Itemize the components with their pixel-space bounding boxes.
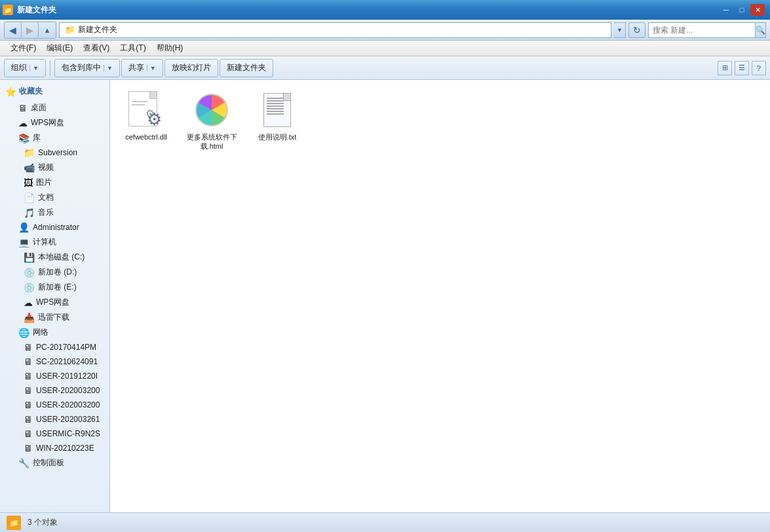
sidebar-item-wps2[interactable]: ☁ WPS网盘 [0, 295, 109, 310]
volume-e-label: 新加卷 (E:) [38, 282, 77, 293]
close-button[interactable]: ✕ [750, 4, 765, 16]
forward-button[interactable]: ▶ [22, 22, 39, 38]
sidebar-item-control-panel[interactable]: 🔧 控制面板 [0, 455, 109, 470]
sidebar-item-pc8[interactable]: 🖥 WIN-20210223E [0, 441, 109, 455]
txt-line7 [267, 113, 284, 115]
address-bar: ◀ ▶ ▲ 📁 新建文件夹 ▼ ↻ 🔍 [0, 20, 770, 41]
sidebar-item-volume-d[interactable]: 💿 新加卷 (D:) [0, 265, 109, 280]
sidebar-item-local-c[interactable]: 💾 本地磁盘 (C:) [0, 250, 109, 265]
txt-line5 [267, 108, 284, 109]
desktop-label: 桌面 [31, 102, 47, 113]
star-icon: ⭐ [5, 86, 16, 97]
sidebar-item-pc1[interactable]: 🖥 PC-20170414PM [0, 340, 109, 354]
sidebar-item-admin[interactable]: 👤 Administrator [0, 220, 109, 235]
sidebar-item-wps[interactable]: ☁ WPS网盘 [0, 115, 109, 130]
sidebar-item-pc5[interactable]: 🖥 USER-202003200 [0, 398, 109, 412]
sidebar-item-pc6[interactable]: 🖥 USER-202003261 [0, 412, 109, 427]
slideshow-button[interactable]: 放映幻灯片 [164, 59, 218, 77]
pc1-icon: 🖥 [24, 342, 33, 352]
minimize-button[interactable]: ─ [719, 4, 733, 16]
menu-tools[interactable]: 工具(T) [115, 41, 151, 55]
address-dropdown[interactable]: ▼ [614, 22, 626, 38]
sidebar-item-music[interactable]: 🎵 音乐 [0, 205, 109, 220]
pc8-icon: 🖥 [24, 443, 33, 453]
include-library-button[interactable]: 包含到库中 ▼ [54, 59, 120, 77]
txt-filename: 使用说明.txt [258, 132, 297, 142]
sidebar-item-pc7[interactable]: 🖥 USERMIC-R9N2S [0, 427, 109, 441]
favorites-header[interactable]: ⭐ 收藏夹 [0, 84, 109, 99]
back-button[interactable]: ◀ [5, 22, 22, 38]
sidebar-item-pc2[interactable]: 🖥 SC-20210624091 [0, 354, 109, 369]
title-bar-controls: ─ □ ✕ [719, 4, 765, 16]
file-item-html[interactable]: 更多系统软件下载.html [182, 86, 241, 155]
image-icon: 🖼 [24, 178, 33, 188]
share-label: 共享 [128, 62, 144, 73]
thunder-label: 迅雷下载 [38, 312, 69, 323]
toolbar: 组织 ▼ 包含到库中 ▼ 共享 ▼ 放映幻灯片 新建文件夹 ⊞ ☰ ? [0, 56, 770, 80]
title-bar-left: 📁 新建文件夹 [3, 5, 56, 16]
dll-icon-container: ⚙ ⚙ [126, 90, 166, 130]
sidebar: ⭐ 收藏夹 🖥 桌面 ☁ WPS网盘 📚 库 📁 Subversion 📹 视频 [0, 80, 110, 512]
view-large-icon[interactable]: ⊞ [718, 61, 732, 75]
menu-file[interactable]: 文件(F) [5, 41, 41, 55]
new-folder-button[interactable]: 新建文件夹 [220, 59, 273, 77]
address-field[interactable]: 📁 新建文件夹 [59, 22, 611, 38]
sidebar-item-network[interactable]: 🌐 网络 [0, 325, 109, 340]
refresh-button[interactable]: ↻ [628, 22, 645, 38]
status-bar: 📁 3 个对象 [0, 512, 770, 532]
include-library-dropdown-icon[interactable]: ▼ [104, 65, 113, 71]
favorites-section: ⭐ 收藏夹 [0, 80, 109, 100]
share-dropdown-icon[interactable]: ▼ [147, 65, 156, 71]
txt-line1 [267, 98, 284, 99]
doc-icon: 📄 [24, 193, 35, 203]
sidebar-item-computer[interactable]: 💻 计算机 [0, 235, 109, 250]
menu-help[interactable]: 帮助(H) [151, 41, 189, 55]
search-input[interactable] [649, 23, 755, 37]
menu-edit[interactable]: 编辑(E) [41, 41, 78, 55]
network-icon: 🌐 [18, 328, 29, 338]
sidebar-item-doc[interactable]: 📄 文档 [0, 190, 109, 205]
sidebar-item-image[interactable]: 🖼 图片 [0, 175, 109, 190]
dll-line1 [132, 101, 147, 102]
sidebar-item-pc4[interactable]: 🖥 USER-202003200 [0, 383, 109, 398]
pc6-label: USER-202003261 [36, 415, 100, 424]
address-folder-icon: 📁 [65, 25, 75, 35]
menu-view[interactable]: 查看(V) [78, 41, 115, 55]
txt-line6 [267, 111, 284, 112]
pc6-icon: 🖥 [24, 414, 33, 425]
txt-line4 [267, 105, 284, 107]
control-panel-label: 控制面板 [33, 457, 64, 468]
main-layout: ⭐ 收藏夹 🖥 桌面 ☁ WPS网盘 📚 库 📁 Subversion 📹 视频 [0, 80, 770, 512]
window-title: 新建文件夹 [17, 5, 56, 16]
network-label: 网络 [33, 327, 48, 338]
video-label: 视频 [38, 162, 54, 173]
sidebar-item-subversion[interactable]: 📁 Subversion [0, 145, 109, 160]
organize-label: 组织 [11, 62, 27, 73]
sidebar-item-pc3[interactable]: 🖥 USER-20191220I [0, 369, 109, 383]
share-button[interactable]: 共享 ▼ [121, 59, 163, 77]
sidebar-item-thunder[interactable]: 📥 迅雷下载 [0, 310, 109, 325]
title-bar: 📁 新建文件夹 ─ □ ✕ [0, 0, 770, 20]
organize-dropdown-icon[interactable]: ▼ [29, 65, 39, 71]
sidebar-item-library[interactable]: 📚 库 [0, 130, 109, 145]
help-icon[interactable]: ? [752, 61, 766, 75]
file-item-dll[interactable]: ⚙ ⚙ cefwebctrl.dll [117, 86, 176, 155]
sidebar-item-video[interactable]: 📹 视频 [0, 160, 109, 175]
up-button[interactable]: ▲ [39, 22, 56, 38]
organize-button[interactable]: 组织 ▼ [4, 59, 46, 77]
status-folder-icon: 📁 [7, 516, 21, 530]
file-area: ⚙ ⚙ cefwebctrl.dll 更多系统软件下载.html [110, 80, 770, 512]
sidebar-item-desktop[interactable]: 🖥 桌面 [0, 100, 109, 115]
dll-page-corner [149, 92, 157, 99]
html-icon-container [192, 90, 231, 130]
computer-icon: 💻 [18, 237, 29, 248]
maximize-button[interactable]: □ [735, 4, 749, 16]
color-wheel-icon [195, 94, 228, 126]
sidebar-item-volume-e[interactable]: 💿 新加卷 (E:) [0, 280, 109, 295]
dll-line2 [132, 104, 145, 105]
view-details-icon[interactable]: ☰ [735, 61, 749, 75]
pc3-label: USER-20191220I [36, 371, 98, 381]
search-icon[interactable]: 🔍 [755, 23, 765, 37]
file-item-txt[interactable]: 使用说明.txt [248, 86, 307, 155]
doc-label: 文档 [38, 192, 54, 203]
